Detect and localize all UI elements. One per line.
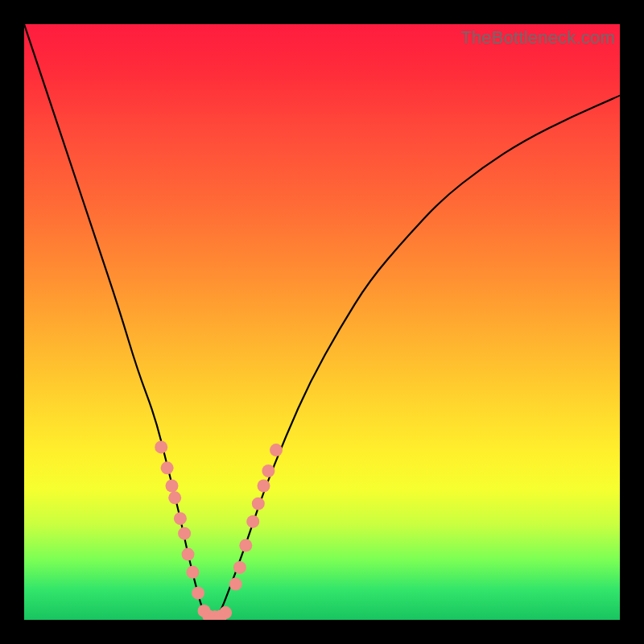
marker-dot — [166, 480, 179, 493]
marker-dot — [219, 606, 232, 619]
marker-dot — [182, 548, 195, 561]
marker-dot — [239, 539, 252, 552]
marker-dot — [233, 561, 246, 574]
marker-dot — [186, 566, 199, 579]
marker-dot — [161, 461, 174, 474]
marker-dot — [258, 480, 270, 493]
marker-dot — [252, 497, 265, 510]
marker-dot — [174, 512, 187, 525]
marker-dot — [270, 444, 283, 456]
bottleneck-curve — [24, 24, 620, 617]
plot-area: TheBottleneck.com — [24, 24, 620, 620]
marker-group — [155, 440, 283, 620]
chart-frame: TheBottleneck.com — [0, 0, 644, 644]
marker-dot — [229, 578, 242, 591]
marker-dot — [168, 491, 181, 504]
marker-dot — [262, 464, 275, 477]
marker-dot — [155, 440, 167, 453]
marker-dot — [246, 515, 259, 528]
marker-dot — [178, 527, 191, 540]
marker-dot — [192, 587, 204, 600]
curve-svg — [24, 24, 620, 620]
